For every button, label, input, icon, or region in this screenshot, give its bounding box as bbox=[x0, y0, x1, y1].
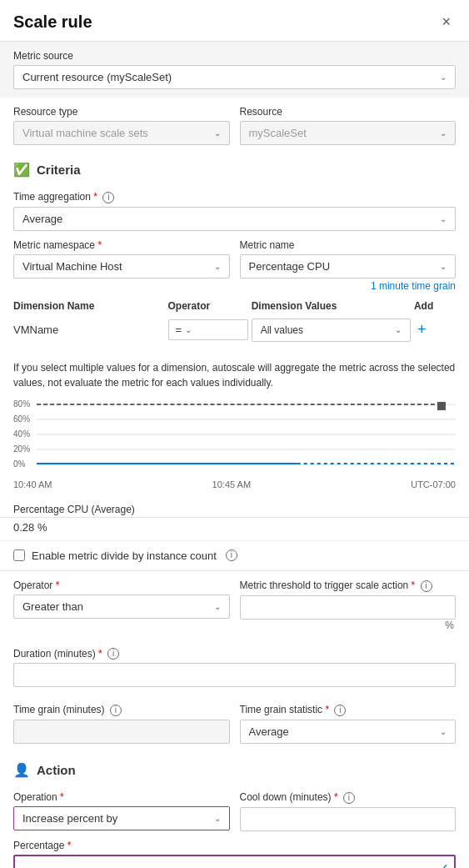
percentage-field: Percentage * 20 ✓ bbox=[13, 840, 456, 868]
time-grain-statistic-dropdown[interactable]: Average ⌄ bbox=[240, 720, 457, 744]
metric-value: 0.28 % bbox=[0, 518, 469, 541]
percentage-input[interactable]: 20 bbox=[13, 855, 456, 868]
time-aggregation-dropdown[interactable]: Average ⌄ bbox=[13, 207, 456, 231]
svg-text:40%: 40% bbox=[13, 429, 30, 439]
operator-dropdown[interactable]: Greater than ⌄ bbox=[13, 595, 230, 619]
action-icon: 👤 bbox=[13, 762, 30, 778]
metric-name-value: Percentage CPU bbox=[249, 260, 331, 273]
resource-label: Resource bbox=[240, 106, 457, 118]
time-aggregation-arrow-icon: ⌄ bbox=[440, 214, 447, 223]
operation-field: Operation * Increase percent by ⌄ bbox=[13, 791, 230, 831]
metric-source-value: Current resource (myScaleSet) bbox=[22, 71, 172, 83]
dim-row-operator: = ⌄ bbox=[168, 315, 252, 345]
time-grain-input: 1 bbox=[13, 720, 230, 744]
cool-down-field: Cool down (minutes) * i 5 bbox=[240, 791, 457, 831]
operator-threshold-section: Operator * Greater than ⌄ Metric thresho… bbox=[0, 571, 469, 640]
metric-threshold-input[interactable]: 70 bbox=[240, 595, 457, 620]
time-grain-statistic-value: Average bbox=[249, 725, 289, 738]
dim-values-value: All values bbox=[261, 324, 303, 336]
chart-svg: 80% 60% 40% 20% 0% bbox=[13, 400, 456, 475]
time-aggregation-field: Time aggregation * i Average ⌄ bbox=[13, 191, 456, 231]
cool-down-info-icon[interactable]: i bbox=[343, 792, 355, 804]
resource-section: Resource type Virtual machine scale sets… bbox=[0, 98, 469, 153]
metric-threshold-field: Metric threshold to trigger scale action… bbox=[240, 580, 457, 631]
metric-ns-name-row: Metric namespace * Virtual Machine Host … bbox=[13, 239, 456, 278]
operation-dropdown[interactable]: Increase percent by ⌄ bbox=[13, 806, 230, 830]
percentage-check-icon: ✓ bbox=[438, 860, 449, 868]
operation-label: Operation * bbox=[13, 791, 230, 803]
metric-source-section: Metric source Current resource (myScaleS… bbox=[0, 42, 469, 98]
metric-source-label: Metric source bbox=[13, 50, 456, 62]
enable-divide-label: Enable metric divide by instance count bbox=[32, 549, 217, 562]
dim-operator-value: = bbox=[176, 324, 182, 336]
time-grain-info-icon[interactable]: i bbox=[110, 705, 122, 716]
time-aggregation-required: * bbox=[93, 191, 97, 203]
resource-arrow-icon: ⌄ bbox=[440, 128, 447, 138]
dim-operator-dropdown[interactable]: = ⌄ bbox=[168, 319, 248, 340]
operator-value: Greater than bbox=[22, 600, 83, 613]
metric-name-dropdown[interactable]: Percentage CPU ⌄ bbox=[240, 254, 457, 278]
resource-field: Resource myScaleSet ⌄ bbox=[240, 106, 457, 145]
dim-col-add: Add bbox=[414, 297, 456, 315]
enable-divide-info-icon[interactable]: i bbox=[226, 549, 237, 561]
duration-input[interactable]: 10 bbox=[13, 663, 456, 687]
dimension-table: Dimension Name Operator Dimension Values… bbox=[13, 297, 456, 345]
action-header: 👤 Action bbox=[0, 752, 469, 783]
operation-cooldown-row: Operation * Increase percent by ⌄ Cool d… bbox=[13, 791, 456, 831]
resource-value: myScaleSet bbox=[249, 127, 307, 139]
metric-namespace-label: Metric namespace * bbox=[13, 239, 230, 251]
operation-value: Increase percent by bbox=[22, 812, 117, 825]
metric-value-label: Percentage CPU (Average) bbox=[0, 500, 469, 518]
svg-text:0%: 0% bbox=[13, 459, 26, 469]
chart-time-1: 10:40 AM bbox=[13, 479, 52, 489]
metric-namespace-arrow-icon: ⌄ bbox=[214, 262, 221, 271]
info-note: If you select multiple values for a dime… bbox=[0, 354, 469, 397]
svg-text:80%: 80% bbox=[13, 400, 30, 409]
operator-field: Operator * Greater than ⌄ bbox=[13, 580, 230, 631]
enable-divide-row: Enable metric divide by instance count i bbox=[0, 541, 469, 570]
close-button[interactable]: × bbox=[437, 12, 456, 33]
dim-values-dropdown[interactable]: All values ⌄ bbox=[252, 319, 411, 342]
metric-name-field: Metric name Percentage CPU ⌄ bbox=[240, 239, 457, 278]
time-aggregation-label: Time aggregation * i bbox=[13, 191, 456, 203]
resource-type-resource-row: Resource type Virtual machine scale sets… bbox=[13, 106, 456, 145]
criteria-section: Time aggregation * i Average ⌄ Metric na… bbox=[0, 183, 469, 354]
time-grain-label: Time grain (minutes) i bbox=[13, 704, 230, 716]
metric-source-dropdown[interactable]: Current resource (myScaleSet) ⌄ bbox=[13, 65, 456, 89]
time-aggregation-value: Average bbox=[22, 213, 62, 225]
dim-row-name: VMName bbox=[13, 315, 168, 345]
chart-time-3: UTC-07:00 bbox=[411, 479, 456, 489]
metric-source-arrow-icon: ⌄ bbox=[440, 73, 447, 82]
action-label: Action bbox=[37, 763, 76, 777]
resource-type-dropdown: Virtual machine scale sets ⌄ bbox=[13, 121, 230, 145]
time-grain-stat-info-icon[interactable]: i bbox=[334, 705, 346, 716]
cool-down-input[interactable]: 5 bbox=[240, 807, 457, 831]
time-grain-stat-arrow-icon: ⌄ bbox=[440, 727, 447, 736]
add-dimension-button[interactable]: + bbox=[414, 321, 430, 339]
operator-label: Operator * bbox=[13, 580, 230, 591]
time-grain-field: Time grain (minutes) i 1 bbox=[13, 704, 230, 744]
chart-time-labels: 10:40 AM 10:45 AM UTC-07:00 bbox=[13, 478, 456, 491]
action-section: Operation * Increase percent by ⌄ Cool d… bbox=[0, 783, 469, 868]
metric-threshold-label: Metric threshold to trigger scale action… bbox=[240, 580, 457, 592]
time-aggregation-info-icon[interactable]: i bbox=[102, 192, 114, 203]
duration-section: Duration (minutes) * i 10 bbox=[0, 640, 469, 696]
operator-threshold-row: Operator * Greater than ⌄ Metric thresho… bbox=[13, 580, 456, 631]
criteria-icon: ✅ bbox=[13, 162, 30, 178]
table-row: VMName = ⌄ All values ⌄ + bbox=[13, 315, 456, 345]
metric-namespace-dropdown[interactable]: Virtual Machine Host ⌄ bbox=[13, 254, 230, 278]
duration-info-icon[interactable]: i bbox=[107, 648, 119, 660]
enable-divide-checkbox[interactable] bbox=[13, 549, 25, 561]
operation-arrow-icon: ⌄ bbox=[214, 814, 221, 823]
cool-down-label: Cool down (minutes) * i bbox=[240, 791, 457, 804]
resource-type-arrow-icon: ⌄ bbox=[214, 128, 221, 138]
time-grain-row: Time grain (minutes) i 1 Time grain stat… bbox=[13, 704, 456, 744]
svg-text:60%: 60% bbox=[13, 414, 30, 424]
metric-threshold-info-icon[interactable]: i bbox=[421, 580, 432, 592]
metric-namespace-field: Metric namespace * Virtual Machine Host … bbox=[13, 239, 230, 278]
metric-threshold-suffix: % bbox=[240, 620, 457, 631]
chart-container: 80% 60% 40% 20% 0% 10:40 AM 10:45 AM UTC… bbox=[0, 400, 469, 500]
resource-type-field: Resource type Virtual machine scale sets… bbox=[13, 106, 230, 145]
resource-dropdown: myScaleSet ⌄ bbox=[240, 121, 457, 145]
time-grain-section: Time grain (minutes) i 1 Time grain stat… bbox=[0, 695, 469, 752]
